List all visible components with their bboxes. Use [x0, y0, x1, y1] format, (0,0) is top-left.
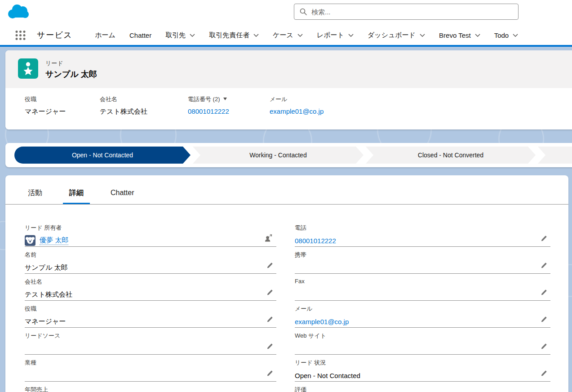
path-stage[interactable]: Working - Contacted — [193, 147, 364, 164]
nav-tab[interactable]: 取引先責任者 — [209, 31, 259, 40]
compact-field: メール example01@co.jp — [270, 95, 329, 129]
field-label: 役職 — [25, 305, 276, 313]
field-row: 役職 マネージャー — [25, 301, 276, 328]
compact-field-label: メール — [270, 95, 288, 103]
field-value[interactable]: 優夢 太郎 — [40, 236, 68, 245]
record-tab[interactable]: Chatter — [104, 183, 140, 204]
compact-detail-row: 役職 マネージャー 会社名 テスト株式会社 電話番号 (2) 080 — [5, 88, 572, 129]
edit-pencil-icon[interactable] — [541, 343, 547, 350]
chevron-down-icon[interactable] — [297, 34, 303, 37]
field-label: 会社名 — [25, 278, 276, 286]
search-icon — [300, 8, 307, 15]
nav-tab[interactable]: 取引先 — [165, 31, 195, 40]
field-value[interactable]: example01@co.jp — [295, 318, 349, 325]
field-label: 名前 — [25, 251, 276, 259]
path-stage-label: Working - Contacted — [249, 151, 306, 159]
detail-form: リード 所有者 優夢 太郎 — [5, 205, 568, 392]
record-title-section: リード サンプル 太郎 — [5, 50, 572, 88]
chevron-down-icon[interactable] — [253, 34, 259, 37]
nav-tab-label: Brevo Test — [439, 31, 471, 39]
edit-pencil-icon[interactable] — [541, 263, 547, 269]
nav-tab-label: Chatter — [129, 31, 151, 39]
compact-field-value[interactable]: example01@co.jp — [270, 107, 324, 115]
compact-field-value[interactable]: マネージャー — [25, 107, 94, 116]
nav-tab[interactable]: ホーム — [95, 31, 115, 40]
edit-pencil-icon[interactable] — [266, 263, 273, 269]
compact-field-label: 役職 — [25, 95, 36, 103]
edit-pencil-icon[interactable] — [541, 236, 547, 242]
field-row: Web サイト — [295, 328, 550, 355]
compact-field: 役職 マネージャー — [25, 95, 100, 129]
field-label: 年間売上 — [25, 386, 276, 392]
field-row: リードソース — [25, 328, 276, 355]
edit-pencil-icon[interactable] — [541, 370, 547, 377]
compact-field-label: 電話番号 (2) — [188, 95, 220, 103]
page-content: リード サンプル 太郎 役職 マネージャー 会社名 テスト株式会社 — [0, 47, 572, 392]
field-row: Fax — [295, 274, 550, 301]
field-label: リードソース — [25, 332, 276, 340]
salesforce-cloud-logo[interactable] — [6, 3, 30, 23]
change-owner-icon[interactable] — [264, 234, 273, 242]
record-tab-label: 詳細 — [69, 189, 84, 196]
field-label: Fax — [295, 278, 550, 285]
field-row: 携帯 — [295, 247, 550, 274]
field-label: 業種 — [25, 359, 276, 367]
dropdown-triangle-icon[interactable] — [223, 96, 227, 103]
path-stage[interactable]: Closed - Not Converted — [366, 147, 536, 164]
current-app-name[interactable]: サービス — [37, 30, 72, 40]
lead-icon — [18, 58, 38, 80]
edit-pencil-icon[interactable] — [266, 316, 273, 323]
detail-left-column: リード 所有者 優夢 太郎 — [25, 220, 276, 392]
record-tab[interactable]: 活動 — [22, 183, 49, 204]
field-value[interactable]: Open - Not Contacted — [295, 372, 360, 379]
field-row: 業種 — [25, 355, 276, 382]
nav-tab[interactable]: ダッシュボード — [368, 31, 425, 40]
chevron-down-icon[interactable] — [190, 34, 195, 37]
field-value[interactable]: マネージャー — [25, 317, 66, 326]
record-highlights-panel: リード サンプル 太郎 役職 マネージャー 会社名 テスト株式会社 — [5, 50, 572, 129]
edit-pencil-icon[interactable] — [541, 316, 547, 323]
edit-pencil-icon[interactable] — [266, 290, 273, 296]
nav-tabs: ホーム Chatter 取引先 取引先責任者 ケ — [95, 31, 518, 40]
record-tabs-bar: 活動 詳細 Chatter — [5, 175, 568, 205]
nav-tab[interactable]: レポート — [317, 31, 354, 40]
field-row: 評価 — [295, 382, 550, 392]
path-stage[interactable]: Open - Not Contacted — [14, 147, 191, 164]
nav-tab-label: ケース — [273, 31, 293, 40]
record-name: サンプル 太郎 — [45, 69, 97, 80]
nav-tab-label: ダッシュボード — [368, 31, 416, 40]
koala-avatar-icon — [25, 235, 35, 246]
edit-pencil-icon[interactable] — [541, 290, 547, 296]
edit-pencil-icon[interactable] — [266, 343, 273, 350]
chevron-down-icon[interactable] — [348, 34, 354, 37]
search-input[interactable] — [311, 8, 513, 16]
global-header — [0, 0, 572, 25]
field-value[interactable]: 08001012222 — [295, 237, 336, 245]
sales-path: Open - Not Contacted Working - Contacted… — [5, 143, 572, 167]
chevron-down-icon[interactable] — [420, 34, 425, 37]
record-detail-card: 活動 詳細 Chatter リード 所有者 — [5, 175, 568, 392]
field-value[interactable]: サンプル 太郎 — [25, 263, 68, 272]
field-label: メール — [295, 305, 550, 313]
app-launcher-waffle-icon[interactable] — [15, 30, 26, 41]
compact-field-value[interactable]: テスト株式会社 — [100, 107, 182, 116]
nav-tab-label: 取引先責任者 — [209, 31, 249, 40]
path-stage[interactable] — [538, 147, 572, 164]
field-row: 電話 08001012222 — [295, 220, 550, 247]
chevron-down-icon[interactable] — [513, 34, 518, 37]
field-value[interactable]: テスト株式会社 — [25, 290, 72, 299]
record-tab-label: 活動 — [28, 189, 42, 196]
record-tab[interactable]: 詳細 — [63, 183, 90, 204]
compact-field-value[interactable]: 08001012222 — [188, 107, 264, 115]
nav-tab-label: Todo — [494, 31, 509, 39]
nav-tab[interactable]: Brevo Test — [439, 31, 480, 39]
nav-tab[interactable]: ケース — [273, 31, 303, 40]
chevron-down-icon[interactable] — [475, 34, 480, 37]
path-stage-label: Closed - Not Converted — [418, 151, 483, 159]
field-row: リード 状況 Open - Not Contacted — [295, 355, 550, 382]
compact-field-label: 会社名 — [100, 95, 117, 103]
nav-tab[interactable]: Chatter — [129, 31, 151, 39]
edit-pencil-icon[interactable] — [266, 370, 273, 377]
nav-tab[interactable]: Todo — [494, 31, 519, 39]
field-row: メール example01@co.jp — [295, 301, 550, 328]
